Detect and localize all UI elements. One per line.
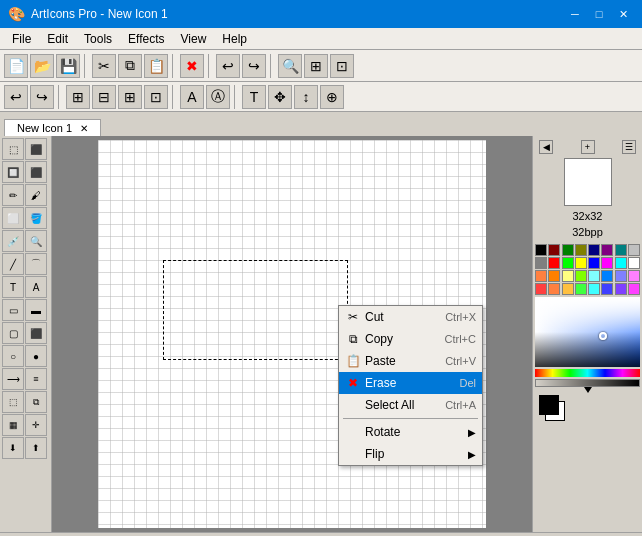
delete-button[interactable]: ✖: [180, 54, 204, 78]
color-r10[interactable]: [548, 283, 560, 295]
canvas-area[interactable]: ✂ Cut Ctrl+X ⧉ Copy Ctrl+C 📋 Paste Ctrl+…: [52, 136, 532, 532]
color-r6[interactable]: [601, 270, 613, 282]
wand-tool[interactable]: ⬛: [25, 161, 47, 183]
line-tool[interactable]: ╱: [2, 253, 24, 275]
color-blue[interactable]: [588, 257, 600, 269]
color-lime[interactable]: [562, 257, 574, 269]
color-r3[interactable]: [562, 270, 574, 282]
fwd-icon-button[interactable]: +: [581, 140, 595, 154]
zoom-tool[interactable]: 🔍: [25, 230, 47, 252]
grid-button[interactable]: ⊞: [66, 85, 90, 109]
color-gray[interactable]: [535, 257, 547, 269]
redo2-button[interactable]: ↪: [30, 85, 54, 109]
menu-effects[interactable]: Effects: [120, 30, 172, 48]
context-copy[interactable]: ⧉ Copy Ctrl+C: [339, 328, 482, 350]
import-tool[interactable]: ⬇: [2, 437, 24, 459]
new-button[interactable]: 📄: [4, 54, 28, 78]
color-purple[interactable]: [601, 244, 613, 256]
color-r9[interactable]: [535, 283, 547, 295]
paste-button[interactable]: 📋: [144, 54, 168, 78]
zoom-in-button[interactable]: 🔍: [278, 54, 302, 78]
misc4-tool[interactable]: ⧉: [25, 391, 47, 413]
filled-rect-tool[interactable]: ▬: [25, 299, 47, 321]
context-rotate[interactable]: Rotate ▶: [339, 421, 482, 443]
color-r7[interactable]: [615, 270, 627, 282]
list-icon-button[interactable]: ☰: [622, 140, 636, 154]
icon-canvas[interactable]: ✂ Cut Ctrl+X ⧉ Copy Ctrl+C 📋 Paste Ctrl+…: [98, 140, 486, 528]
context-flip[interactable]: Flip ▶: [339, 443, 482, 465]
brush-tool[interactable]: 🖌: [25, 184, 47, 206]
rounded-rect-tool[interactable]: ▢: [2, 322, 24, 344]
color-black[interactable]: [535, 244, 547, 256]
text-tool[interactable]: T: [2, 276, 24, 298]
grid3-button[interactable]: ⊞: [118, 85, 142, 109]
color-white[interactable]: [628, 257, 640, 269]
menu-view[interactable]: View: [173, 30, 215, 48]
color-fuchsia[interactable]: [601, 257, 613, 269]
context-erase[interactable]: ✖ Erase Del: [339, 372, 482, 394]
color-teal[interactable]: [615, 244, 627, 256]
eraser-tool[interactable]: ⬜: [2, 207, 24, 229]
grid2-button[interactable]: ⊟: [92, 85, 116, 109]
color-r8[interactable]: [628, 270, 640, 282]
tool-arrows[interactable]: ↕: [294, 85, 318, 109]
undo2-button[interactable]: ↩: [4, 85, 28, 109]
color-r11[interactable]: [562, 283, 574, 295]
curve-tool[interactable]: ⌒: [25, 253, 47, 275]
tab-close-button[interactable]: ✕: [80, 123, 88, 134]
menu-help[interactable]: Help: [214, 30, 255, 48]
open-button[interactable]: 📂: [30, 54, 54, 78]
color-aqua[interactable]: [615, 257, 627, 269]
transform-tool[interactable]: ✛: [25, 414, 47, 436]
shape-tool[interactable]: A: [25, 276, 47, 298]
save-button[interactable]: 💾: [56, 54, 80, 78]
extra2-button[interactable]: ⊡: [330, 54, 354, 78]
color-r13[interactable]: [588, 283, 600, 295]
copy-button[interactable]: ⧉: [118, 54, 142, 78]
color-navy[interactable]: [588, 244, 600, 256]
color-green[interactable]: [562, 244, 574, 256]
color-r16[interactable]: [628, 283, 640, 295]
eyedropper-tool[interactable]: 💉: [2, 230, 24, 252]
tool-move[interactable]: ✥: [268, 85, 292, 109]
tab-new-icon-1[interactable]: New Icon 1 ✕: [4, 119, 101, 136]
misc2-tool[interactable]: ≡: [25, 368, 47, 390]
cut-button[interactable]: ✂: [92, 54, 116, 78]
color-red[interactable]: [548, 257, 560, 269]
tool-b[interactable]: Ⓐ: [206, 85, 230, 109]
menu-tools[interactable]: Tools: [76, 30, 120, 48]
prev-icon-button[interactable]: ◀: [539, 140, 553, 154]
dotgrid-button[interactable]: ⊡: [144, 85, 168, 109]
filled-ellipse-tool[interactable]: ●: [25, 345, 47, 367]
color-silver[interactable]: [628, 244, 640, 256]
export-tool[interactable]: ⬆: [25, 437, 47, 459]
redo-button[interactable]: ↪: [242, 54, 266, 78]
tool-a[interactable]: A: [180, 85, 204, 109]
magic-select-tool[interactable]: ⬛: [25, 138, 47, 160]
extra1-button[interactable]: ⊞: [304, 54, 328, 78]
fg-color-swatch[interactable]: [539, 395, 559, 415]
context-selectall[interactable]: Select All Ctrl+A: [339, 394, 482, 416]
color-r1[interactable]: [535, 270, 547, 282]
color-yellow[interactable]: [575, 257, 587, 269]
rect-tool[interactable]: ▭: [2, 299, 24, 321]
color-olive[interactable]: [575, 244, 587, 256]
close-button[interactable]: ✕: [612, 5, 634, 23]
menu-file[interactable]: File: [4, 30, 39, 48]
filled-rounded-rect-tool[interactable]: ⬛: [25, 322, 47, 344]
misc3-tool[interactable]: ⬚: [2, 391, 24, 413]
color-r5[interactable]: [588, 270, 600, 282]
maximize-button[interactable]: □: [588, 5, 610, 23]
color-gradient[interactable]: [535, 297, 640, 367]
fill-tool[interactable]: 🪣: [25, 207, 47, 229]
minimize-button[interactable]: ─: [564, 5, 586, 23]
hue-slider[interactable]: [535, 369, 640, 377]
alpha-slider[interactable]: [535, 379, 640, 387]
context-cut[interactable]: ✂ Cut Ctrl+X: [339, 306, 482, 328]
ellipse-tool[interactable]: ○: [2, 345, 24, 367]
misc1-tool[interactable]: ⟶: [2, 368, 24, 390]
color-r4[interactable]: [575, 270, 587, 282]
lasso-tool[interactable]: 🔲: [2, 161, 24, 183]
context-paste[interactable]: 📋 Paste Ctrl+V: [339, 350, 482, 372]
color-r2[interactable]: [548, 270, 560, 282]
